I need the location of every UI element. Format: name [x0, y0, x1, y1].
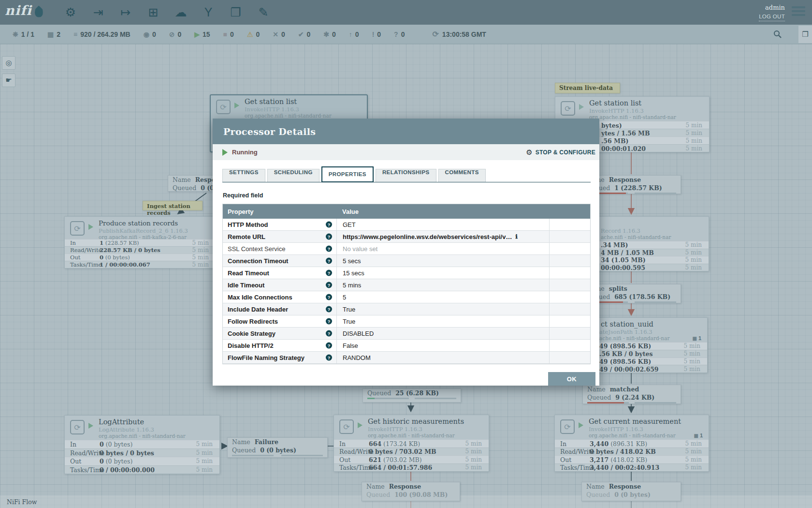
- tab-comments[interactable]: COMMENTS: [438, 169, 486, 182]
- help-icon[interactable]: ?: [326, 258, 332, 264]
- refresh-icon[interactable]: ⟳: [432, 30, 438, 39]
- processor-get-current-measurement[interactable]: ⟳ Get current measurement InvokeHTTP 1.1…: [554, 415, 709, 472]
- label-component-icon[interactable]: ✎: [255, 4, 272, 21]
- connection-label-response-bottom-right[interactable]: NameResponse Queued0 (0 bytes): [581, 482, 681, 501]
- running-status-icon: [222, 149, 228, 156]
- connection-label-response-bottom-center[interactable]: NameResponse Queued100 (90.08 MB): [362, 482, 460, 501]
- search-icon[interactable]: [769, 25, 785, 44]
- property-name: FlowFile Naming Strategy: [228, 354, 304, 361]
- property-row: Attributes to Send ? No value set: [223, 364, 590, 364]
- processor-type: InvokeHTTP 1.16.3: [245, 106, 299, 113]
- nifi-drop-icon: [35, 6, 43, 17]
- processor-stat-row: Read/Write 0 bytes / 418.02 KB 5 min: [555, 448, 709, 456]
- pan-hand-icon[interactable]: ☛: [2, 74, 15, 87]
- processor-title: ct station_uuid: [601, 320, 653, 328]
- stale-icon: ↑: [349, 30, 352, 38]
- canvas-label-ingest-station-records[interactable]: Ingest station records: [143, 201, 203, 210]
- processor-stat-row: Tasks/Time 1 / 00:00:00.067 5 min: [65, 261, 216, 268]
- breadcrumb[interactable]: NiFi Flow: [7, 498, 37, 506]
- connection-label-failure[interactable]: NameFailure Queued0 (0 bytes): [227, 437, 328, 458]
- template-component-icon[interactable]: ❐: [227, 4, 245, 21]
- property-row: SSL Context Service ? No value set: [223, 243, 590, 255]
- processor-type: InvokeHTTP 1.16.3: [368, 426, 422, 433]
- help-icon[interactable]: ?: [326, 294, 332, 300]
- property-name: Disable HTTP/2: [228, 342, 274, 349]
- processor-icon: ⟳: [70, 221, 85, 236]
- nifi-logo: nifi: [5, 3, 43, 18]
- processor-bundle: org.apache.nifi - nifi-standard-nar: [589, 114, 676, 120]
- running-indicator-icon: [358, 422, 362, 428]
- processor-stat-row: Tasks/Time 0 / 00:00:00.000 5 min: [65, 465, 219, 474]
- property-row: Max Idle Connections ? 5: [223, 291, 590, 303]
- property-value: 5 mins: [336, 279, 550, 291]
- processor-stat-row: Out 0 (0 bytes) 5 min: [65, 254, 216, 261]
- status-sync-failure: ?0: [394, 30, 405, 38]
- stopped-icon: ■: [223, 30, 227, 38]
- property-value: No value set: [336, 364, 550, 364]
- status-active-threads: ▦2: [47, 30, 60, 38]
- status-up-to-date: ✔0: [298, 30, 311, 38]
- status-locally-modified: ✱0: [323, 30, 336, 38]
- property-row: Follow Redirects ? True: [223, 315, 590, 328]
- connection-label-matched[interactable]: Namematched Queued9 (2.24 KB): [582, 385, 681, 404]
- stop-and-configure-button[interactable]: ⚙ STOP & CONFIGURE: [526, 144, 595, 160]
- processor-stat-row: In 664 (173.24 KB) 5 min: [334, 439, 489, 448]
- tab-settings[interactable]: SETTINGS: [222, 169, 265, 182]
- processor-produce-station-records[interactable]: ⟳ Produce station records PublishKafkaRe…: [64, 216, 216, 269]
- locally-modified-icon: ✱: [323, 30, 329, 38]
- input-port-component-icon[interactable]: ⇥: [89, 4, 107, 21]
- processor-bundle: org.apache.nifi - nifi-standard-nar: [99, 433, 186, 439]
- property-value: True: [336, 303, 550, 315]
- help-icon[interactable]: ?: [326, 270, 332, 276]
- remote-process-group-component-icon[interactable]: ☁: [172, 4, 189, 21]
- ok-button[interactable]: OK: [548, 372, 595, 386]
- processor-logattribute[interactable]: ⟳ LogAttribute LogAttribute 1.16.3 org.a…: [64, 415, 220, 474]
- tab-relationships[interactable]: RELATIONSHIPS: [376, 169, 436, 182]
- help-icon[interactable]: ?: [326, 246, 332, 252]
- connection-label-queued-25[interactable]: Queued25 (6.28 KB): [362, 388, 461, 403]
- component-toolbar: ⚙ ⇥ ↦ ⊞ ☁ Y ❐ ✎: [62, 0, 272, 25]
- help-icon[interactable]: ?: [326, 222, 332, 228]
- help-icon[interactable]: ?: [326, 282, 332, 288]
- process-group-component-icon[interactable]: ⊞: [145, 4, 162, 21]
- tab-scheduling[interactable]: SCHEDULING: [267, 169, 319, 182]
- value-column-header: Value: [336, 208, 359, 215]
- up-to-date-icon: ✔: [298, 30, 304, 38]
- processor-type: Record 1.16.3: [601, 227, 640, 234]
- help-icon[interactable]: ?: [326, 343, 332, 349]
- help-icon[interactable]: ?: [326, 330, 332, 337]
- property-row: Cookie Strategy ? DISABLED: [223, 328, 590, 340]
- property-name: SSL Context Service: [228, 245, 285, 253]
- info-icon: ℹ: [515, 233, 518, 240]
- property-value: GET: [336, 219, 550, 230]
- status-stale: ↑0: [349, 30, 359, 38]
- logout-link[interactable]: LOG OUT: [759, 12, 785, 21]
- birdseye-icon[interactable]: ◎: [2, 56, 15, 70]
- property-value: No value set: [336, 243, 550, 254]
- processor-stat-row: Read/Write 0 bytes / 703.02 MB 5 min: [334, 448, 489, 456]
- status-notes-icon[interactable]: ❐: [798, 26, 812, 43]
- global-menu-icon[interactable]: [792, 6, 805, 18]
- processor-get-historic-measurements[interactable]: ⟳ Get historic measurements InvokeHTTP 1…: [334, 415, 489, 472]
- queue-percent-bars: [583, 402, 681, 405]
- tab-properties[interactable]: PROPERTIES: [321, 166, 374, 182]
- property-name: Max Idle Connections: [228, 294, 292, 301]
- processor-title: Get station list: [245, 98, 297, 105]
- help-icon[interactable]: ?: [326, 234, 332, 240]
- nifi-logo-text: nifi: [5, 3, 32, 18]
- user-block: admin LOG OUT: [759, 3, 785, 21]
- canvas-label-stream-live-data[interactable]: Stream live-data: [555, 83, 620, 93]
- help-icon[interactable]: ?: [326, 306, 332, 313]
- processor-component-icon[interactable]: ⚙: [62, 4, 79, 21]
- queue-percent-bars: [363, 397, 461, 401]
- help-icon[interactable]: ?: [326, 355, 332, 361]
- output-port-component-icon[interactable]: ↦: [117, 4, 134, 21]
- running-status-text: Running: [232, 149, 258, 156]
- property-row: HTTP Method ? GET: [223, 219, 590, 231]
- property-value: DISABLED: [336, 328, 550, 339]
- processor-stat-row: Tasks/Time 664 / 00:01:57.986 5 min: [334, 463, 489, 472]
- tasks-badge: ▦1: [692, 335, 701, 341]
- threads-icon: ▦: [47, 30, 54, 38]
- funnel-component-icon[interactable]: Y: [200, 4, 217, 21]
- help-icon[interactable]: ?: [326, 318, 332, 325]
